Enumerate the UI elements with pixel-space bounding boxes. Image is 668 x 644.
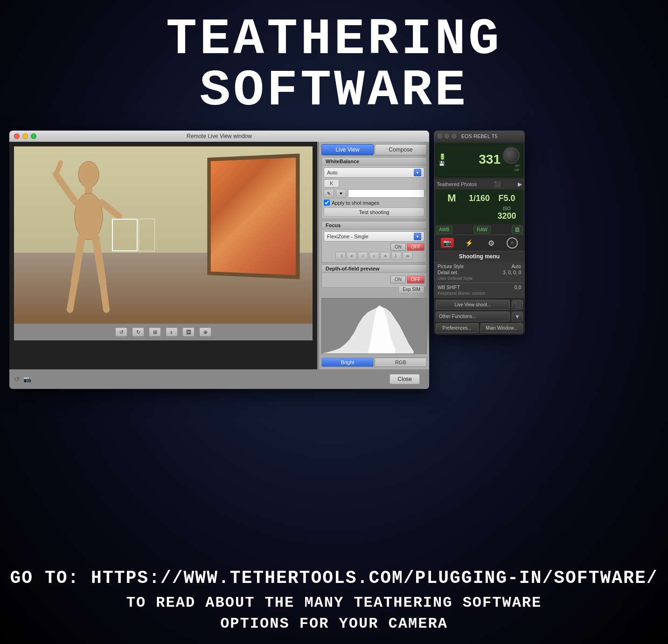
image-button[interactable]: 🖼 [182, 327, 195, 337]
mode-dial[interactable] [503, 147, 520, 164]
close-window-button[interactable] [14, 133, 20, 139]
nav-far-right[interactable]: 》 [391, 252, 402, 260]
tethered-more-icon[interactable]: ▶ [518, 181, 522, 187]
cam-max-button[interactable] [452, 134, 456, 138]
wb-select[interactable]: Auto ▼ [324, 167, 424, 178]
iso-value: 3200 [494, 211, 520, 221]
wb-text-input[interactable] [348, 189, 424, 198]
settings-icon[interactable]: ⚙ [485, 238, 498, 248]
focus-select-arrow: ▼ [414, 233, 421, 240]
depth-off-button[interactable]: OFF [407, 276, 424, 284]
exp-sim-button[interactable]: Exp.SIM [398, 285, 424, 293]
tethered-label: Teathered Photos [437, 181, 477, 187]
wb-eyedropper[interactable]: ✎ [324, 189, 334, 198]
mode-value: M [438, 192, 465, 204]
bottom-desc-line1: TO READ ABOUT THE MANY TEATHERING SOFTWA… [0, 593, 668, 614]
other-functions-expand-icon[interactable]: ▼ [512, 312, 523, 321]
focus-box-inner [139, 219, 155, 251]
wb-shift-row: WB SHIFT 0,0 [438, 284, 521, 291]
aperture-value: F5.0 [494, 194, 520, 203]
user-def-row: User Defined Style [438, 276, 521, 281]
apply-label: Apply to shot images [332, 200, 379, 206]
hist-bright-tab[interactable]: Bright [321, 358, 374, 367]
bottom-desc-line2: OPTIONS FOR YOUR CAMERA [0, 614, 668, 635]
artwork [207, 153, 299, 279]
wb-auto-row: Auto ▼ [324, 167, 424, 178]
other-functions-button[interactable]: Other Functions... [436, 312, 510, 321]
live-view-image-area: ↺ ↻ ⊞ ⫾ 🖼 ⊕ [9, 142, 317, 369]
shutter-value: 1/160 [466, 194, 493, 203]
tab-live-view[interactable]: Live View [321, 144, 374, 155]
rotate-right-button[interactable]: ↻ [132, 327, 144, 337]
apply-checkbox[interactable] [324, 200, 330, 206]
depth-preview-section: Depth-of-field preview ON OFF Exp.SIM [321, 264, 427, 294]
camera-lcd-top: 🔋 💾 331 AFMF [436, 144, 523, 177]
tethered-export-icon[interactable]: ⬛ [494, 181, 501, 187]
columns-button[interactable]: ⫾ [166, 327, 178, 337]
maximize-window-button[interactable] [31, 133, 36, 139]
status-icon-camera[interactable]: 📷 [23, 375, 31, 383]
live-view-icon-button[interactable]: ⬛ [512, 300, 523, 310]
svg-point-0 [78, 161, 99, 187]
test-shooting-button[interactable]: Test shooting [324, 208, 424, 217]
settings-grid-2: ISO [438, 206, 520, 211]
camera-bottom-buttons: Live View shoot... ⬛ Other Functions... … [434, 298, 525, 335]
picture-style-value: Auto [511, 264, 521, 269]
focus-header: Focus [321, 221, 427, 229]
window-titlebar: Remote Live View window [9, 131, 429, 142]
white-balance-body: Auto ▼ K ✎ ▼ [321, 166, 427, 219]
statusbar-icons: ↺ 📷 [14, 375, 31, 383]
raw-button[interactable]: RAW [473, 226, 491, 234]
hist-rgb-tab[interactable]: RGB [375, 358, 427, 367]
camera-icon[interactable]: 📷 [441, 238, 454, 248]
camera-titlebar: EOS REBEL T5 [434, 131, 525, 142]
nav-left1[interactable]: ‹ [358, 252, 368, 260]
title-line1: TEATHERING [0, 14, 668, 65]
focus-off-button[interactable]: OFF [407, 243, 424, 251]
awb-button[interactable]: AWB [436, 226, 452, 234]
nav-right2[interactable]: » [380, 252, 390, 260]
screenshots-area: Remote Live View window [9, 131, 659, 389]
histogram-chart [322, 298, 414, 353]
bottom-url: GO TO: HTTPS://WWW.TETHERTOOLS.COM/PLUGG… [0, 568, 668, 588]
lightning-icon[interactable]: ⚡ [463, 238, 476, 248]
detail-set-value: 3, 0, 0, 0 [503, 270, 521, 275]
shot-count: 331 [446, 152, 503, 167]
grid-button[interactable]: ⊞ [149, 327, 161, 337]
cam-close-button[interactable] [438, 134, 442, 138]
nav-right1[interactable]: › [369, 252, 379, 260]
live-view-image [14, 146, 313, 324]
menu-separator [438, 283, 521, 283]
svg-line-8 [96, 237, 103, 282]
nav-far-left[interactable]: 《 [335, 252, 346, 260]
other-functions-row: Other Functions... ▼ [436, 312, 523, 321]
img-button[interactable]: 🖼 [512, 226, 523, 234]
live-view-shoot-row: Live View shoot... ⬛ [436, 300, 523, 310]
status-icon-reload[interactable]: ↺ [14, 375, 20, 383]
svg-line-9 [103, 282, 106, 310]
zoom-button[interactable]: ⊕ [199, 327, 211, 337]
settings-grid-iso: 3200 [438, 211, 520, 221]
window-title: Remote Live View window [187, 133, 252, 139]
rotate-left-button[interactable]: ↺ [115, 327, 127, 337]
window-controls [14, 133, 36, 139]
focus-on-button[interactable]: ON [390, 243, 406, 251]
wb-dropper2[interactable]: ▼ [336, 189, 346, 198]
wb-k-row: K [324, 179, 424, 187]
live-view-window: Remote Live View window [9, 131, 429, 389]
nav-left2[interactable]: « [347, 252, 357, 260]
cam-min-button[interactable] [445, 134, 449, 138]
tab-compose[interactable]: Compose [375, 144, 427, 155]
depth-preview-body: ON OFF Exp.SIM [321, 273, 427, 288]
close-button[interactable]: Close [390, 374, 420, 384]
live-view-shoot-button[interactable]: Live View shoot... [436, 300, 510, 310]
focus-select[interactable]: FlexiZone - Single ▼ [324, 231, 424, 242]
camera-window-controls [438, 134, 456, 138]
preferences-button[interactable]: Preferences... [436, 323, 479, 333]
focus-nav-arrows: 《 « ‹ › » 》 ∞ [324, 252, 424, 260]
minimize-window-button[interactable] [22, 133, 28, 139]
timer-icon[interactable]: ⏱ [507, 237, 518, 249]
main-window-button[interactable]: Main Window... [480, 323, 523, 333]
depth-on-button[interactable]: ON [390, 276, 406, 284]
nav-infinity[interactable]: ∞ [403, 252, 413, 260]
